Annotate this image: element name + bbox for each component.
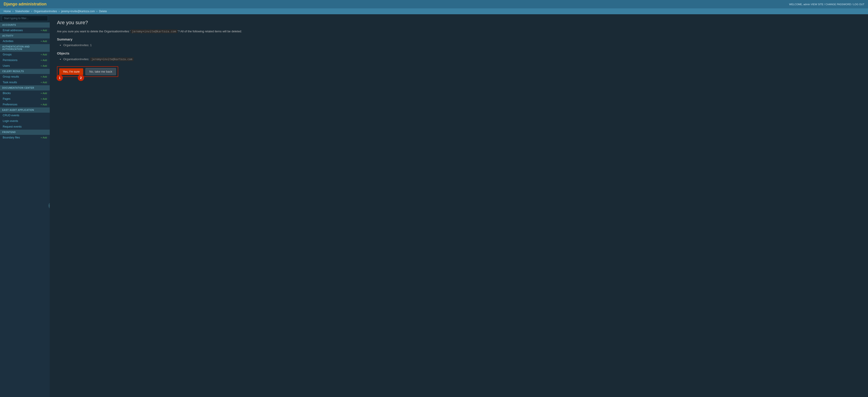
no-cancel-button[interactable]: No, take me back (86, 68, 116, 75)
sidebar-item-groups: Groups + Add (0, 52, 50, 57)
sidebar-link-crud-events[interactable]: CRUD events (3, 114, 19, 117)
sidebar-item-users: Users + Add (0, 63, 50, 69)
breadcrumb-delete: Delete (99, 10, 107, 13)
add-blocks-link[interactable]: + Add (41, 92, 47, 94)
sidebar-item-task-results: Task results + Add (0, 80, 50, 85)
sidebar-link-pages[interactable]: Pages (3, 97, 10, 101)
welcome-text: WELCOME, (789, 3, 803, 6)
sidebar-item-request-events: Request events (0, 124, 50, 130)
confirm-button-row: Yes, I'm sure No, take me back 1 2 (57, 66, 118, 77)
sidebar-link-boundary-files[interactable]: Boundary files (3, 136, 20, 139)
sidebar-link-preferences[interactable]: Preferences (3, 103, 18, 106)
summary-item: OrganisationInvites: 1 (63, 44, 861, 47)
add-boundary-files-link[interactable]: + Add (41, 136, 47, 139)
sidebar-item-group-results: Group results + Add (0, 74, 50, 80)
sidebar-item-email-addresses: Email addresses + Add (0, 28, 50, 33)
sidebar-link-users[interactable]: Users (3, 64, 10, 67)
site-title: Django administration (4, 2, 46, 6)
sidebar-collapse-button[interactable]: « (49, 203, 50, 208)
page-title: Are you sure? (57, 20, 861, 26)
sidebar-filter-area (0, 14, 50, 22)
sidebar-filter-input[interactable] (2, 16, 48, 21)
top-header: Django administration WELCOME, admin VIE… (0, 0, 868, 8)
sidebar-link-blocks[interactable]: Blocks (3, 92, 11, 95)
sidebar: ACCOUNTS Email addresses + Add ACTIVITY … (0, 14, 50, 397)
sidebar-item-preferences: Preferences + Add (0, 102, 50, 108)
add-groups-link[interactable]: + Add (41, 53, 47, 56)
objects-list: OrganisationInvites: jeremy+invite@karto… (63, 57, 861, 61)
change-password-link[interactable]: CHANGE PASSWORD (826, 3, 851, 6)
sidebar-section-accounts: ACCOUNTS (0, 22, 50, 28)
sidebar-section-celery: CELERY RESULTS (0, 69, 50, 74)
objects-heading: Objects (57, 51, 861, 55)
add-activities-link[interactable]: + Add (41, 40, 47, 42)
sidebar-item-blocks: Blocks + Add (0, 90, 50, 96)
sidebar-link-activities[interactable]: Activities (3, 39, 13, 43)
sidebar-link-request-events[interactable]: Request events (3, 125, 22, 128)
username: admin (803, 3, 810, 6)
object-ref: jeremy+invite@kartoza.com (90, 57, 134, 61)
breadcrumb-email[interactable]: jeremy+invite@kartoza.com (61, 10, 95, 13)
add-pages-link[interactable]: + Add (41, 97, 47, 100)
sidebar-item-crud-events: CRUD events (0, 113, 50, 118)
sidebar-item-boundary-files: Boundary files + Add (0, 135, 50, 140)
summary-list: OrganisationInvites: 1 (63, 44, 861, 47)
sidebar-link-email-addresses[interactable]: Email addresses (3, 29, 23, 32)
sidebar-link-task-results[interactable]: Task results (3, 81, 17, 84)
add-permissions-link[interactable]: + Add (41, 59, 47, 61)
view-site-link[interactable]: VIEW SITE (811, 3, 824, 6)
sidebar-item-activities: Activities + Add (0, 38, 50, 44)
sidebar-section-docs: DOCUMENTATION CENTER (0, 85, 50, 90)
sidebar-item-permissions: Permissions + Add (0, 57, 50, 63)
add-task-results-link[interactable]: + Add (41, 81, 47, 84)
breadcrumb-organisation-invites[interactable]: OrganisationInvites (34, 10, 57, 13)
add-users-link[interactable]: + Add (41, 64, 47, 67)
breadcrumb-home[interactable]: Home (4, 10, 11, 13)
yes-confirm-button[interactable]: Yes, I'm sure (59, 68, 83, 75)
content-area: Are you sure? Are you sure you want to d… (50, 14, 868, 397)
sidebar-section-frontend: FRONTEND (0, 130, 50, 135)
sidebar-link-group-results[interactable]: Group results (3, 75, 19, 78)
sidebar-link-groups[interactable]: Groups (3, 53, 11, 56)
sidebar-section-audit: EASY AUDIT APPLICATION (0, 108, 50, 113)
summary-heading: Summary (57, 37, 861, 41)
breadcrumb: Home › Stakeholder › OrganisationInvites… (0, 8, 868, 14)
sidebar-link-login-events[interactable]: Login events (3, 119, 18, 122)
sidebar-item-login-events: Login events (0, 118, 50, 124)
add-group-results-link[interactable]: + Add (41, 75, 47, 78)
add-preferences-link[interactable]: + Add (41, 103, 47, 106)
sidebar-section-activity: ACTIVITY (0, 33, 50, 38)
sidebar-section-auth: AUTHENTICATION AND AUTHORIZATION (0, 44, 50, 52)
add-email-addresses-link[interactable]: + Add (41, 29, 47, 32)
annotation-circle-2: 2 (78, 75, 84, 81)
objects-item: OrganisationInvites: jeremy+invite@karto… (63, 57, 861, 61)
log-out-link[interactable]: LOG OUT (853, 3, 864, 6)
confirm-text: Are you sure you want to delete the Orga… (57, 29, 861, 34)
main-layout: ACCOUNTS Email addresses + Add ACTIVITY … (0, 14, 868, 397)
breadcrumb-stakeholder[interactable]: Stakeholder (15, 10, 30, 13)
user-tools: WELCOME, admin VIEW SITE / CHANGE PASSWO… (789, 3, 864, 6)
annotation-circle-1: 1 (57, 75, 63, 81)
sidebar-item-pages: Pages + Add (0, 96, 50, 102)
confirm-object-name: jeremy+invite@kartoza.com (131, 29, 178, 33)
sidebar-link-permissions[interactable]: Permissions (3, 59, 18, 62)
